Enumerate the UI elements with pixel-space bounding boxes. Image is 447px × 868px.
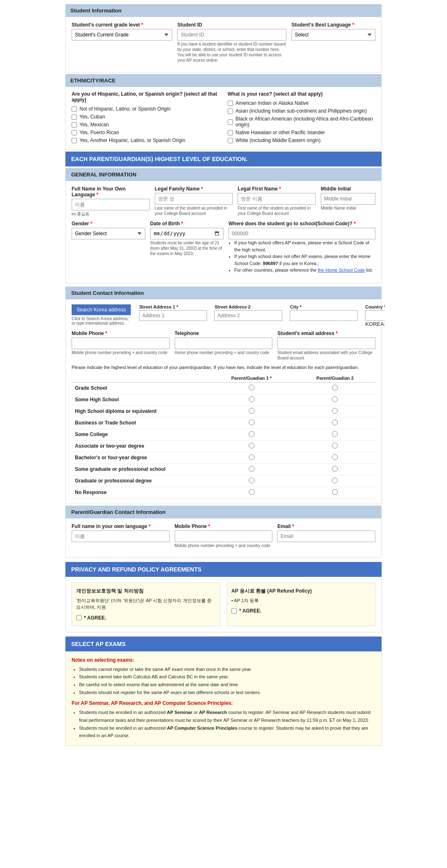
parent2-radio-6[interactable] [332,454,338,460]
ethnicity-option-2: Yes, Mexican [72,122,219,128]
race-option-1: Asian (including Indian sub-continent an… [228,108,375,114]
student-email-input[interactable] [277,338,375,349]
edu-level-label: High School diploma or equivalent [72,405,208,417]
parent2-col-header: Parent/Guadian 2 [295,374,375,383]
parent2-radio-7[interactable] [332,466,338,472]
street2-label: Street Address 2 [214,304,282,309]
privacy-col2-item: • AP 1차 등록 [231,597,371,604]
parent2-radio-cell-4 [295,429,375,440]
school-code-label: Where does the student go to school(Scho… [228,221,375,227]
middle-initial-label: Middle Initial [321,186,375,192]
parent2-radio-cell-8 [295,475,375,487]
parent2-radio-3[interactable] [332,420,338,425]
city-input[interactable]: CITY [290,310,358,321]
privacy-agree1-check[interactable] [76,615,82,620]
dob-input[interactable] [150,228,224,239]
parent2-radio-cell-9 [295,487,375,498]
list-item: Be careful not to select exams that are … [79,681,375,689]
list-item: Students cannot register or take the sam… [79,665,375,673]
search-korea-hint: Click to Search Korea address, or type i… [72,316,131,326]
parent2-radio-9[interactable] [332,489,338,495]
guardian-contact-header: Parent/Guardian Contact Information [65,506,382,518]
parent2-radio-cell-6 [295,452,375,463]
school-code-input[interactable] [228,228,375,239]
country-input[interactable]: KR [365,310,385,321]
race-check-0[interactable] [228,101,233,106]
street1-input[interactable] [139,310,207,321]
best-language-select[interactable]: Select [291,29,375,41]
parent1-radio-2[interactable] [249,408,255,414]
telephone-input[interactable]: +82200000000 [175,338,273,349]
parent1-radio-5[interactable] [249,443,255,448]
guardian-fullname-input[interactable] [72,530,170,542]
parent2-radio-cell-1 [295,394,375,405]
table-row: Bachelor's or four-year degree [72,452,375,463]
legal-first-label: Legal First Name * [238,186,316,192]
edu-level-label: Some graduate or professional school [72,463,208,475]
search-korea-button[interactable]: Search Korea address [72,304,131,315]
guardian-mobile-input[interactable]: +821000000000 [175,530,273,542]
education-levels-hint: Please indicate the highest level of edu… [72,365,375,370]
edu-level-label: Bachelor's or four-year degree [72,452,208,463]
parent1-radio-6[interactable] [249,454,255,460]
full-name-input[interactable] [72,199,150,210]
grade-level-select[interactable]: Student's Current Grade [72,29,172,41]
student-id-label: Student ID [177,22,286,28]
ethnicity-header: ETHNICITY/RACE [65,74,382,87]
select-ap-header: SELECT AP EXAMS [65,637,382,651]
race-check-4[interactable] [228,138,233,143]
full-name-example: ex.홍길동 [72,211,150,217]
guardian-email-label: Email * [277,523,375,529]
ethnicity-check-0[interactable] [72,106,77,112]
table-row: Grade School [72,382,375,394]
parent2-radio-2[interactable] [332,408,338,414]
ethnicity-check-3[interactable] [72,130,77,135]
race-option-2: Black or African American (including Afr… [228,116,375,128]
parent2-radio-cell-0 [295,382,375,394]
parent1-radio-7[interactable] [249,466,255,472]
parent1-radio-4[interactable] [249,431,255,437]
legal-first-input[interactable] [238,193,316,205]
parent1-radio-8[interactable] [249,477,255,483]
table-row: Some College [72,429,375,440]
notes-list: Students cannot register or take the sam… [79,665,375,697]
ethnicity-check-2[interactable] [72,122,77,128]
parent2-radio-8[interactable] [332,477,338,483]
guardian-fullname-label: Full name in your own language * [72,523,170,529]
parent1-radio-1[interactable] [249,396,255,402]
edu-level-label: Some College [72,429,208,440]
guardian-email-input[interactable] [277,530,375,542]
education-table: Parent/Guadian 1 * Parent/Guadian 2 Grad… [72,374,375,499]
edu-level-label: Grade School [72,382,208,394]
street2-input[interactable] [214,310,282,321]
edu-level-label: Some High School [72,394,208,405]
legal-family-input[interactable] [155,193,233,205]
gender-select[interactable]: Gender Select [72,228,145,239]
ethnicity-check-1[interactable] [72,114,77,120]
race-check-2[interactable] [228,119,233,125]
parent2-radio-4[interactable] [332,431,338,437]
parent1-radio-0[interactable] [249,385,255,391]
general-info-header: GENERAL INFORMATION [65,168,382,181]
grade-level-label: Student's current grade level * [72,22,172,28]
parent2-radio-1[interactable] [332,396,338,402]
for-ap-list: Students must be enrolled in an authoriz… [79,709,375,740]
table-row: Associate or two-year degree [72,440,375,452]
best-language-label: Student's Best Language * [291,22,375,28]
middle-initial-input[interactable] [321,193,375,205]
ethnicity-option-4: Yes, Another Hispanic, Latino, or Spanis… [72,137,219,143]
privacy-agree2-check[interactable] [231,608,237,614]
parent1-radio-cell-5 [208,440,295,452]
student-id-input[interactable] [177,29,286,41]
mobile-phone-input[interactable]: +821000000000 [72,338,170,349]
parent2-radio-0[interactable] [332,385,338,391]
parent1-radio-cell-8 [208,475,295,487]
parent1-radio-3[interactable] [249,420,255,425]
race-check-1[interactable] [228,108,233,114]
privacy-col1: 개인정보보호정책 및 처리방침 '한미교육위원단' (이하 '위원단')은 AP… [72,583,220,626]
parent1-radio-9[interactable] [249,489,255,495]
privacy-agree1-label: * AGREE. [84,614,106,622]
race-check-3[interactable] [228,130,233,135]
ethnicity-check-4[interactable] [72,138,77,143]
parent2-radio-5[interactable] [332,443,338,448]
